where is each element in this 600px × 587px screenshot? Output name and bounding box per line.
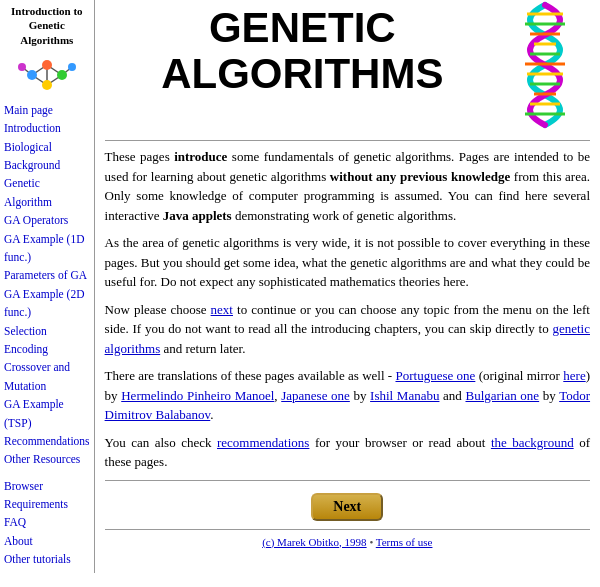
svg-point-7 bbox=[27, 70, 37, 80]
nav-parameters-of-ga[interactable]: Parameters of GA bbox=[4, 266, 90, 284]
nav-recommendations[interactable]: Recommendations bbox=[4, 432, 90, 450]
footer-divider2 bbox=[105, 529, 590, 530]
body-text: These pages introduce some fundamentals … bbox=[105, 147, 590, 472]
here-link[interactable]: here bbox=[563, 368, 585, 383]
nav-other-tutorials[interactable]: Other tutorials bbox=[4, 550, 90, 568]
recommendations-link[interactable]: recommendations bbox=[217, 435, 309, 450]
next-button-area: Next bbox=[105, 493, 590, 521]
sidebar-nav: Main page Introduction Biological Backgr… bbox=[4, 101, 90, 569]
main-title: GENETIC ALGORITHMS bbox=[105, 5, 500, 97]
portuguese-link[interactable]: Portuguese one bbox=[395, 368, 475, 383]
nav-introduction[interactable]: Introduction bbox=[4, 119, 90, 137]
nav-about[interactable]: About bbox=[4, 532, 90, 550]
background-link[interactable]: the background bbox=[491, 435, 574, 450]
nav-genetic-algorithm[interactable]: Genetic Algorithm bbox=[4, 174, 90, 211]
paragraph-4: There are translations of these pages av… bbox=[105, 366, 590, 425]
nav-biological-background[interactable]: Biological Background bbox=[4, 138, 90, 175]
next-button[interactable]: Next bbox=[311, 493, 383, 521]
dna-helix-svg bbox=[500, 0, 590, 130]
svg-point-12 bbox=[68, 63, 76, 71]
nav-browser-requirements[interactable]: Browser Requirements bbox=[4, 477, 90, 514]
footer: (c) Marek Obitko, 1998 • Terms of use bbox=[105, 536, 590, 548]
genetic-algorithms-link[interactable]: genetic algorithms bbox=[105, 321, 590, 356]
sidebar-logo: Introduction to Genetic Algorithms bbox=[4, 4, 90, 47]
nav-ga-operators[interactable]: GA Operators bbox=[4, 211, 90, 229]
sidebar-section-2: Browser Requirements FAQ About Other tut… bbox=[4, 477, 90, 569]
paragraph-5: You can also check recommendations for y… bbox=[105, 433, 590, 472]
paragraph-1: These pages introduce some fundamentals … bbox=[105, 147, 590, 225]
bulgarian-link[interactable]: Bulgarian one bbox=[465, 388, 539, 403]
nav-other-resources[interactable]: Other Resources bbox=[4, 450, 90, 468]
nav-faq[interactable]: FAQ bbox=[4, 513, 90, 531]
nav-ga-example-tsp[interactable]: GA Example (TSP) bbox=[4, 395, 90, 432]
nav-encoding[interactable]: Encoding bbox=[4, 340, 90, 358]
svg-point-8 bbox=[42, 60, 52, 70]
molecule-icon bbox=[17, 55, 77, 95]
nav-main-page[interactable]: Main page bbox=[4, 101, 90, 119]
title-area: GENETIC ALGORITHMS bbox=[105, 0, 500, 97]
nav-ga-example-1d[interactable]: GA Example (1D func.) bbox=[4, 230, 90, 267]
paragraph-3: Now please choose next to continue or yo… bbox=[105, 300, 590, 359]
svg-point-11 bbox=[18, 63, 26, 71]
main-content: GENETIC ALGORITHMS bbox=[94, 0, 600, 573]
next-link[interactable]: next bbox=[211, 302, 233, 317]
header-divider bbox=[105, 140, 590, 141]
sidebar: Introduction to Genetic Algorithms bbox=[0, 0, 94, 573]
copyright-link[interactable]: (c) Marek Obitko, 1998 bbox=[262, 536, 366, 548]
dna-helix-image bbox=[500, 0, 590, 134]
japanese-link[interactable]: Japanese one bbox=[281, 388, 350, 403]
nav-selection[interactable]: Selection bbox=[4, 322, 90, 340]
terms-link[interactable]: Terms of use bbox=[376, 536, 433, 548]
svg-point-10 bbox=[42, 80, 52, 90]
footer-divider bbox=[105, 480, 590, 481]
nav-crossover-mutation[interactable]: Crossover and Mutation bbox=[4, 358, 90, 395]
nav-ga-example-2d[interactable]: GA Example (2D func.) bbox=[4, 285, 90, 322]
paragraph-2: As the area of genetic algorithms is ver… bbox=[105, 233, 590, 292]
author2-link[interactable]: Ishil Manabu bbox=[370, 388, 439, 403]
svg-point-9 bbox=[57, 70, 67, 80]
header-area: GENETIC ALGORITHMS bbox=[105, 0, 590, 134]
author1-link[interactable]: Hermelindo Pinheiro Manoel bbox=[121, 388, 274, 403]
